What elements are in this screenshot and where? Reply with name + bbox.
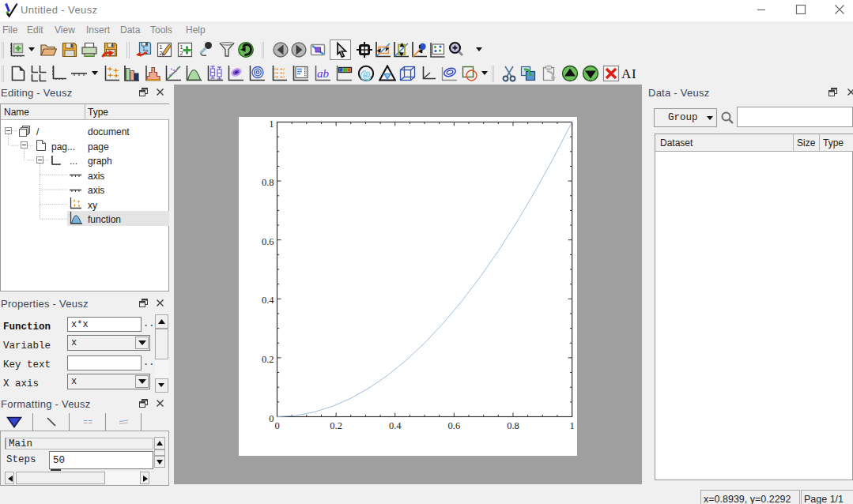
svg-text:0: 0: [269, 413, 274, 424]
svg-text:0: 0: [274, 420, 279, 431]
svg-text:1: 1: [160, 44, 163, 50]
svg-text:0.6: 0.6: [262, 236, 274, 247]
svg-text:0.4: 0.4: [262, 295, 274, 306]
svg-text:0.4: 0.4: [389, 420, 402, 431]
svg-text:0.2: 0.2: [262, 354, 274, 365]
svg-text:1: 1: [269, 118, 274, 130]
svg-text:0.2: 0.2: [330, 420, 342, 431]
svg-text:ab: ab: [317, 67, 330, 80]
svg-text:0.8: 0.8: [507, 420, 519, 431]
svg-text:2: 2: [160, 51, 163, 56]
svg-text:A: A: [621, 66, 632, 81]
svg-text:2: 2: [180, 51, 183, 56]
svg-text:I: I: [632, 66, 636, 81]
svg-text:0.6: 0.6: [448, 420, 461, 431]
svg-text:1: 1: [569, 420, 574, 431]
svg-text:1: 1: [180, 44, 183, 50]
svg-text:0.8: 0.8: [262, 177, 274, 188]
